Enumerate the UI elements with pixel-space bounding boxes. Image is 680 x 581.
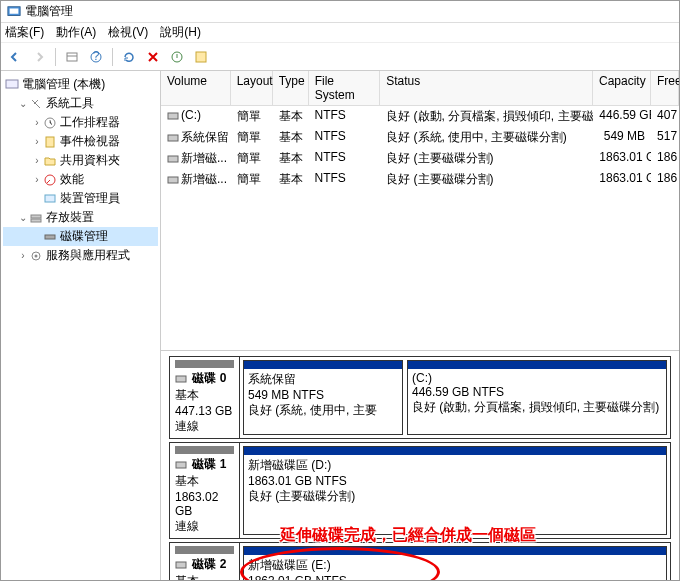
tree-system-tools[interactable]: ⌄ 系統工具 (3, 94, 158, 113)
disk-label: 磁碟 1基本1863.02 GB連線 (170, 443, 240, 538)
svg-rect-12 (45, 195, 55, 202)
cell-volume: 系統保留 (161, 128, 231, 147)
app-icon (7, 5, 21, 19)
tree-label: 系統工具 (46, 95, 94, 112)
settings-button[interactable] (191, 47, 211, 67)
cell-fs: NTFS (308, 170, 380, 189)
cell-capacity: 1863.01 GB (593, 149, 651, 168)
cell-layout: 簡單 (231, 170, 273, 189)
window-title: 電腦管理 (25, 3, 73, 20)
device-icon (43, 192, 57, 206)
disk-name: 磁碟 1 (175, 456, 234, 473)
cell-volume: 新增磁... (161, 149, 231, 168)
collapse-icon[interactable]: ⌄ (17, 98, 29, 109)
partition-status: 良好 (系統, 使用中, 主要 (248, 402, 398, 419)
delete-button[interactable] (143, 47, 163, 67)
column-status[interactable]: Status (380, 71, 593, 105)
partition-size: 549 MB NTFS (248, 388, 398, 402)
partition-size: 446.59 GB NTFS (412, 385, 662, 399)
column-layout[interactable]: Layout (231, 71, 273, 105)
titlebar[interactable]: 電腦管理 (1, 1, 679, 23)
disk-name: 磁碟 2 (175, 556, 234, 573)
partition-status: 良好 (啟動, 分頁檔案, 損毀傾印, 主要磁碟分割) (412, 399, 662, 416)
svg-rect-15 (45, 235, 55, 239)
tree-services[interactable]: › 服務與應用程式 (3, 246, 158, 265)
tree-label: 磁碟管理 (60, 228, 108, 245)
tree-task-scheduler[interactable]: › 工作排程器 (3, 113, 158, 132)
volume-row[interactable]: 新增磁...簡單基本NTFS良好 (主要磁碟分割)1863.01 GB186 (161, 148, 679, 169)
menu-file[interactable]: 檔案(F) (5, 24, 44, 41)
column-free[interactable]: Free (651, 71, 679, 105)
partition[interactable]: 系統保留549 MB NTFS良好 (系統, 使用中, 主要 (243, 360, 403, 435)
cell-free: 407 (651, 107, 679, 126)
column-capacity[interactable]: Capacity (593, 71, 651, 105)
tree-pane[interactable]: 電腦管理 (本機) ⌄ 系統工具 › 工作排程器 › 事件檢視器 › 共用資料夾 (1, 71, 161, 580)
cell-volume: 新增磁... (161, 170, 231, 189)
partition-size: 1863.01 GB NTFS (248, 574, 662, 580)
tree-label: 裝置管理員 (60, 190, 120, 207)
disk-icon (43, 230, 57, 244)
cell-layout: 簡單 (231, 107, 273, 126)
tree-device-manager[interactable]: 裝置管理員 (3, 189, 158, 208)
disk-graphic-pane[interactable]: 磁碟 0基本447.13 GB連線系統保留549 MB NTFS良好 (系統, … (161, 351, 679, 580)
cell-fs: NTFS (308, 107, 380, 126)
expand-icon[interactable]: › (31, 174, 43, 185)
disk-block[interactable]: 磁碟 0基本447.13 GB連線系統保留549 MB NTFS良好 (系統, … (169, 356, 671, 439)
tree-root[interactable]: 電腦管理 (本機) (3, 75, 158, 94)
expand-icon[interactable]: › (31, 117, 43, 128)
volume-row[interactable]: (C:)簡單基本NTFS良好 (啟動, 分頁檔案, 損毀傾印, 主要磁碟分割)4… (161, 106, 679, 127)
partition-title: (C:) (412, 371, 662, 385)
cell-type: 基本 (273, 149, 309, 168)
back-button[interactable] (5, 47, 25, 67)
tree-shared-folders[interactable]: › 共用資料夾 (3, 151, 158, 170)
svg-rect-10 (46, 137, 54, 147)
disk-type: 基本 (175, 473, 234, 490)
partition-size: 1863.01 GB NTFS (248, 474, 662, 488)
expand-icon[interactable]: › (31, 136, 43, 147)
menu-help[interactable]: 說明(H) (160, 24, 201, 41)
refresh-button[interactable] (119, 47, 139, 67)
collapse-icon[interactable]: ⌄ (17, 212, 29, 223)
cell-status: 良好 (啟動, 分頁檔案, 損毀傾印, 主要磁碟分割) (380, 107, 593, 126)
menu-view[interactable]: 檢視(V) (108, 24, 148, 41)
help-button[interactable]: ? (86, 47, 106, 67)
tools-icon (29, 97, 43, 111)
cell-type: 基本 (273, 170, 309, 189)
cell-free: 186 (651, 170, 679, 189)
expand-icon[interactable]: › (31, 155, 43, 166)
services-icon (29, 249, 43, 263)
tree-disk-management[interactable]: 磁碟管理 (3, 227, 158, 246)
volume-row[interactable]: 新增磁...簡單基本NTFS良好 (主要磁碟分割)1863.01 GB186 (161, 169, 679, 190)
column-volume[interactable]: Volume (161, 71, 231, 105)
partition[interactable]: 新增磁碟區 (D:)1863.01 GB NTFS良好 (主要磁碟分割) (243, 446, 667, 535)
forward-button[interactable] (29, 47, 49, 67)
tree-storage[interactable]: ⌄ 存放裝置 (3, 208, 158, 227)
tree-label: 效能 (60, 171, 84, 188)
properties-button[interactable] (167, 47, 187, 67)
cell-capacity: 1863.01 GB (593, 170, 651, 189)
menu-action[interactable]: 動作(A) (56, 24, 96, 41)
column-filesystem[interactable]: File System (309, 71, 381, 105)
svg-point-17 (35, 254, 38, 257)
disk-partitions: 延伸磁碟完成，已經合併成一個磁區新增磁碟區 (E:)1863.01 GB NTF… (240, 543, 670, 580)
tree-event-viewer[interactable]: › 事件檢視器 (3, 132, 158, 151)
cell-capacity: 446.59 GB (593, 107, 651, 126)
view-button[interactable] (62, 47, 82, 67)
disk-block[interactable]: 磁碟 2基本1863.02 GB連線延伸磁碟完成，已經合併成一個磁區新增磁碟區 … (169, 542, 671, 580)
svg-rect-13 (31, 215, 41, 218)
partition[interactable]: (C:)446.59 GB NTFS良好 (啟動, 分頁檔案, 損毀傾印, 主要… (407, 360, 667, 435)
svg-rect-20 (168, 156, 178, 162)
svg-rect-22 (176, 376, 186, 382)
svg-rect-21 (168, 177, 178, 183)
column-type[interactable]: Type (273, 71, 309, 105)
expand-icon[interactable]: › (17, 250, 29, 261)
volume-row[interactable]: 系統保留簡單基本NTFS良好 (系統, 使用中, 主要磁碟分割)549 MB51… (161, 127, 679, 148)
partition[interactable]: 新增磁碟區 (E:)1863.01 GB NTFS良好 (主要磁碟分割) (243, 546, 667, 580)
disk-label-bar (175, 446, 234, 454)
tree-performance[interactable]: › 效能 (3, 170, 158, 189)
volume-list[interactable]: Volume Layout Type File System Status Ca… (161, 71, 679, 351)
disk-management-window: 電腦管理 檔案(F) 動作(A) 檢視(V) 說明(H) ? 電腦管理 (本機)… (0, 0, 680, 581)
partition-bar (408, 361, 666, 369)
partition-bar (244, 361, 402, 369)
disk-type: 基本 (175, 573, 234, 580)
